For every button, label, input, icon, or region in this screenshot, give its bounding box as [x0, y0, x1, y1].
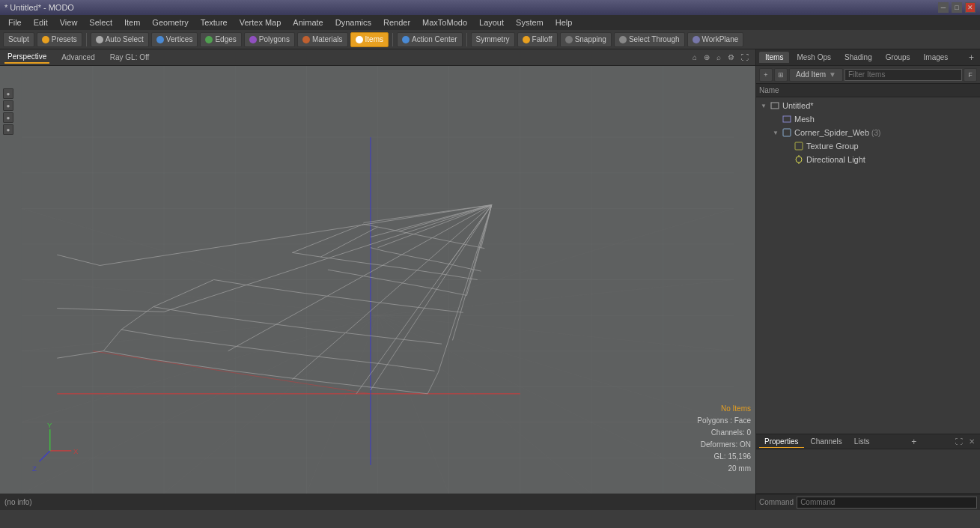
- menu-file[interactable]: File: [3, 16, 27, 28]
- prop-tab-lists[interactable]: Lists: [849, 436, 875, 447]
- viewport[interactable]: X Y Z ● ● ● ● No Items Polygons : Face C…: [0, 66, 755, 494]
- tree-icon-light: [794, 154, 804, 165]
- tree-item-corner-spider-web[interactable]: ▼ Corner_Spider_Web (3): [756, 126, 980, 139]
- presets-button[interactable]: Presets: [37, 32, 82, 47]
- tree-item-directional-light[interactable]: ▶ Directional Light: [756, 153, 980, 166]
- tree-label-texture-group: Texture Group: [806, 142, 859, 151]
- tree-label-mesh: Mesh: [794, 115, 815, 124]
- side-ctrl-btn-3[interactable]: ●: [3, 112, 13, 123]
- prop-tab-channels[interactable]: Channels: [806, 436, 847, 447]
- auto-select-icon: [96, 36, 103, 43]
- items-filter-btn[interactable]: F: [964, 68, 977, 82]
- action-center-icon: [402, 36, 410, 43]
- viewport-ctrl-expand[interactable]: ⛶: [739, 52, 751, 62]
- viewport-raygl[interactable]: Ray GL: Off: [107, 52, 153, 63]
- menu-item[interactable]: Item: [119, 16, 145, 28]
- menu-edit[interactable]: Edit: [28, 16, 53, 28]
- tree-toggle-spider[interactable]: ▼: [771, 128, 780, 137]
- menu-geometry[interactable]: Geometry: [147, 16, 193, 28]
- viewport-tab-perspective[interactable]: Perspective: [4, 51, 49, 64]
- menu-layout[interactable]: Layout: [474, 16, 509, 28]
- info-deformers: Deformers: ON: [697, 439, 751, 451]
- filter-items-input[interactable]: [844, 69, 962, 81]
- work-plane-button[interactable]: WorkPlane: [687, 32, 744, 47]
- items-tree[interactable]: ▼ Untitled* ▶ Mesh ▼: [756, 97, 980, 434]
- side-ctrl-btn-2[interactable]: ●: [3, 100, 13, 111]
- auto-select-button[interactable]: Auto Select: [91, 32, 149, 47]
- command-input[interactable]: [797, 497, 977, 509]
- materials-button[interactable]: Materials: [297, 32, 348, 47]
- tab-groups[interactable]: Groups: [880, 52, 916, 63]
- vertices-button[interactable]: Vertices: [151, 32, 198, 47]
- prop-tab-properties[interactable]: Properties: [759, 436, 804, 448]
- tab-mesh-ops[interactable]: Mesh Ops: [791, 52, 837, 63]
- minimize-button[interactable]: ─: [938, 2, 949, 13]
- falloff-button[interactable]: Falloff: [517, 32, 558, 47]
- presets-icon: [42, 36, 49, 43]
- tree-item-untitled[interactable]: ▼ Untitled*: [756, 99, 980, 112]
- menu-texture[interactable]: Texture: [195, 16, 233, 28]
- add-item-button[interactable]: Add Item ▼: [789, 68, 843, 82]
- side-ctrl-btn-1[interactable]: ●: [3, 88, 13, 99]
- select-through-button[interactable]: Select Through: [614, 32, 685, 47]
- menu-help[interactable]: Help: [550, 16, 578, 28]
- viewport-ctrl-search[interactable]: ⌕: [714, 52, 723, 62]
- tab-images[interactable]: Images: [918, 52, 955, 63]
- menu-view[interactable]: View: [55, 16, 83, 28]
- menu-select[interactable]: Select: [84, 16, 118, 28]
- tree-count-spider: (3): [871, 129, 880, 137]
- prop-close-btn[interactable]: ✕: [967, 437, 977, 446]
- menu-bar: File Edit View Select Item Geometry Text…: [0, 15, 980, 30]
- menu-dynamics[interactable]: Dynamics: [330, 16, 377, 28]
- info-gl: GL: 15,196: [697, 451, 751, 463]
- menu-animate[interactable]: Animate: [287, 16, 328, 28]
- maximize-button[interactable]: □: [952, 2, 962, 13]
- viewport-container: Perspective Advanced Ray GL: Off ⌂ ⊕ ⌕ ⚙…: [0, 49, 755, 510]
- tree-item-mesh[interactable]: ▶ Mesh: [756, 112, 980, 126]
- items-icon: [356, 36, 363, 43]
- symmetry-button[interactable]: Symmetry: [471, 32, 515, 47]
- action-center-button[interactable]: Action Center: [397, 32, 463, 47]
- tab-shading[interactable]: Shading: [839, 52, 878, 63]
- viewport-header: Perspective Advanced Ray GL: Off ⌂ ⊕ ⌕ ⚙…: [0, 49, 755, 66]
- command-label: Command: [759, 498, 794, 506]
- add-item-label: Add Item: [796, 70, 826, 79]
- tab-items[interactable]: Items: [759, 52, 789, 63]
- vertices-icon: [156, 36, 164, 43]
- polygons-button[interactable]: Polygons: [244, 32, 295, 47]
- tree-item-texture-group[interactable]: ▶ Texture Group: [756, 139, 980, 153]
- viewport-tab-advanced[interactable]: Advanced: [58, 52, 97, 63]
- add-item-dropdown-icon: ▼: [829, 70, 836, 79]
- items-panel: Items Mesh Ops Shading Groups Images + +…: [756, 49, 980, 434]
- work-plane-label: WorkPlane: [702, 35, 739, 43]
- menu-system[interactable]: System: [511, 16, 549, 28]
- items-toolbar-btn-1[interactable]: +: [759, 68, 773, 82]
- close-button[interactable]: ✕: [965, 2, 976, 13]
- tree-label-directional-light: Directional Light: [806, 155, 865, 164]
- prop-expand-btn[interactable]: ⛶: [953, 437, 965, 446]
- viewport-side-controls: ● ● ● ●: [3, 88, 13, 135]
- main-toolbar: Sculpt Presets Auto Select Vertices Edge…: [0, 30, 980, 49]
- items-tab-add[interactable]: +: [966, 52, 977, 63]
- properties-panel: Properties Channels Lists + ⛶ ✕: [756, 434, 980, 494]
- items-button[interactable]: Items: [350, 32, 389, 47]
- viewport-ctrl-settings[interactable]: ⚙: [725, 52, 737, 62]
- svg-text:Z: Z: [32, 464, 37, 473]
- viewport-ctrl-zoom[interactable]: ⊕: [701, 52, 712, 62]
- side-ctrl-btn-4[interactable]: ●: [3, 124, 13, 135]
- prop-tab-add[interactable]: +: [911, 437, 916, 447]
- svg-point-71: [796, 157, 802, 163]
- polygons-icon: [249, 36, 257, 43]
- sculpt-button[interactable]: Sculpt: [3, 32, 34, 47]
- edges-button[interactable]: Edges: [200, 32, 241, 47]
- snapping-button[interactable]: Snapping: [560, 32, 612, 47]
- items-toolbar-btn-2[interactable]: ⊞: [774, 68, 788, 82]
- menu-render[interactable]: Render: [378, 16, 416, 28]
- menu-maxtomodo[interactable]: MaxToModo: [417, 16, 472, 28]
- right-panel: Items Mesh Ops Shading Groups Images + +…: [755, 49, 980, 510]
- viewport-ctrl-home[interactable]: ⌂: [690, 52, 699, 62]
- tree-icon-spider: [782, 127, 792, 138]
- menu-vertex-map[interactable]: Vertex Map: [234, 16, 287, 28]
- materials-label: Materials: [312, 35, 343, 43]
- tree-toggle-untitled[interactable]: ▼: [759, 101, 768, 110]
